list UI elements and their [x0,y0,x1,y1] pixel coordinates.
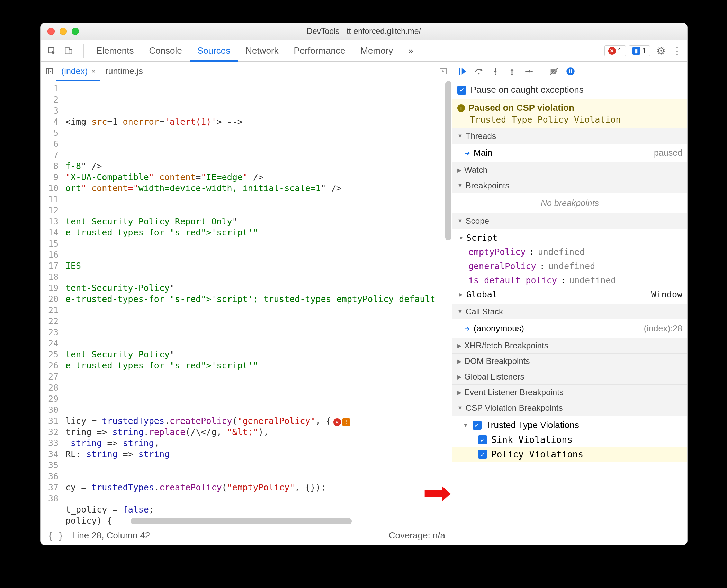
annotation-arrow-icon: ➡ [423,474,451,511]
status-bar: { } Line 28, Column 42 Coverage: n/a [41,526,452,545]
tabs-overflow[interactable]: » [401,40,421,62]
event-listener-bp-header[interactable]: ▶Event Listener Breakpoints [452,385,687,400]
scope-var: is_default_policy: undefined [452,273,687,287]
paused-info: iPaused on CSP violation Trusted Type Po… [452,99,687,128]
svg-rect-6 [459,68,460,75]
device-toggle-icon[interactable] [62,44,75,57]
tab-memory[interactable]: Memory [353,40,401,62]
svg-point-11 [511,73,513,75]
close-icon[interactable] [47,28,55,35]
scope-script[interactable]: ▼Script [452,231,687,245]
vertical-scrollbar[interactable] [445,81,451,240]
svg-point-13 [531,70,533,72]
threads-header[interactable]: ▼Threads [452,128,687,144]
svg-point-16 [566,67,574,75]
message-count-badge[interactable]: ▮1 [629,45,650,56]
global-listeners-header[interactable]: ▶Global Listeners [452,369,687,384]
pause-caught-row[interactable]: ✓ Pause on caught exceptions [452,81,687,99]
tab-console[interactable]: Console [141,40,189,62]
horizontal-scrollbar[interactable] [131,518,352,524]
cursor-position: Line 28, Column 42 [72,530,150,541]
debugger-pane: ✓ Pause on caught exceptions iPaused on … [452,62,687,545]
dom-breakpoints-header[interactable]: ▶DOM Breakpoints [452,354,687,369]
breakpoints-header[interactable]: ▼Breakpoints [452,178,687,193]
svg-rect-17 [569,69,570,73]
scope-global[interactable]: ▶GlobalWindow [452,287,687,302]
error-count-badge[interactable]: ✕1 [604,45,626,56]
coverage-status: Coverage: n/a [389,530,445,541]
scope-header[interactable]: ▼Scope [452,213,687,229]
callstack-header[interactable]: ▼Call Stack [452,304,687,319]
checkbox-icon[interactable]: ✓ [473,421,482,430]
pretty-print-icon[interactable]: { } [47,531,64,541]
file-tab-index[interactable]: (index)× [56,62,100,81]
file-tab-runtime[interactable]: runtime.js [100,62,147,81]
scope-var: generalPolicy: undefined [452,259,687,273]
csp-violation-header[interactable]: ▼CSP Violation Breakpoints [452,400,687,416]
code-editor[interactable]: 1234567891011121314151617181920212223242… [41,81,452,526]
tab-network[interactable]: Network [238,40,286,62]
deactivate-breakpoints-icon[interactable] [548,65,560,78]
svg-rect-3 [46,69,53,74]
checkbox-icon[interactable]: ✓ [478,435,487,444]
step-over-icon[interactable] [473,65,485,78]
close-icon[interactable]: × [91,67,96,76]
inspect-icon[interactable] [45,44,59,57]
line-gutter: 1234567891011121314151617181920212223242… [41,81,63,526]
step-out-icon[interactable] [506,65,518,78]
settings-icon[interactable]: ⚙ [656,45,666,57]
tab-elements[interactable]: Elements [89,40,141,62]
svg-point-9 [495,73,496,75]
resume-icon[interactable] [456,65,468,78]
window-title: DevTools - tt-enforced.glitch.me/ [41,27,687,36]
svg-point-7 [478,73,480,74]
tab-performance[interactable]: Performance [286,40,353,62]
thread-main[interactable]: ➔Mainpaused [452,146,687,160]
svg-rect-2 [69,49,72,54]
titlebar: DevTools - tt-enforced.glitch.me/ [41,23,687,40]
pause-exceptions-icon[interactable] [564,65,577,78]
xhr-breakpoints-header[interactable]: ▶XHR/fetch Breakpoints [452,338,687,353]
info-icon: i [457,104,465,112]
no-breakpoints: No breakpoints [452,193,687,213]
more-icon[interactable]: ⋮ [672,45,682,57]
csp-trusted-type[interactable]: ▼✓Trusted Type Violations [452,418,687,433]
devtools-window: DevTools - tt-enforced.glitch.me/ Elemen… [40,23,688,545]
navigator-toggle-icon[interactable] [43,67,56,75]
csp-policy-violations[interactable]: ✓Policy Violations [452,447,687,462]
main-toolbar: Elements Console Sources Network Perform… [41,40,687,62]
code-lines: <img src=1 onerror='alert(1)'> -->f-8" /… [63,81,452,526]
tab-sources[interactable]: Sources [190,40,238,62]
scope-var: emptyPolicy: undefined [452,245,687,259]
svg-rect-18 [571,69,572,73]
snippet-run-icon[interactable] [436,67,450,75]
minimize-icon[interactable] [60,28,67,35]
csp-sink-violations[interactable]: ✓Sink Violations [452,433,687,447]
watch-header[interactable]: ▶Watch [452,162,687,178]
step-into-icon[interactable] [489,65,502,78]
checkbox-icon[interactable]: ✓ [457,86,466,95]
zoom-icon[interactable] [72,28,79,35]
callstack-frame[interactable]: ➔(anonymous)(index):28 [452,321,687,336]
debugger-toolbar [452,62,687,81]
step-icon[interactable] [522,65,535,78]
file-tabs: (index)× runtime.js [41,62,452,81]
checkbox-icon[interactable]: ✓ [478,450,487,459]
